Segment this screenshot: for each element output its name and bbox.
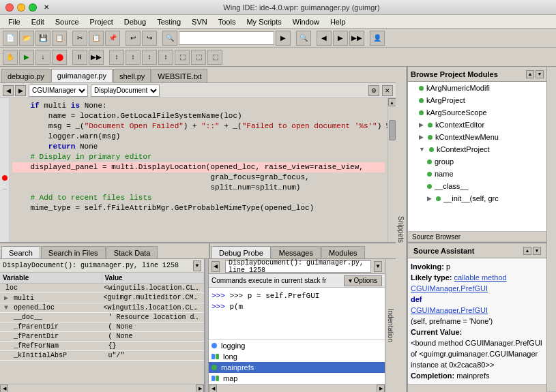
code-area[interactable]: if multi is None: name = location.GetLoc…	[10, 98, 387, 242]
options-button[interactable]: ▾ Options	[344, 275, 382, 286]
browse-item-kArgProject[interactable]: kArgProject	[408, 94, 546, 106]
pause-button[interactable]: ⏸	[72, 50, 87, 65]
prev-button[interactable]: ◀	[317, 31, 332, 46]
browse-item-kContextEditor[interactable]: ▶ kContextEditor	[408, 119, 546, 131]
debug-item-long[interactable]: long	[209, 351, 385, 362]
tab-search[interactable]: Search	[1, 246, 40, 258]
browse-scroll-up[interactable]: ▲	[526, 70, 534, 78]
menu-debug[interactable]: Debug	[119, 16, 151, 27]
menu-svn[interactable]: SVN	[186, 16, 213, 27]
debug-nav-button[interactable]: ◀	[211, 261, 220, 272]
search-button[interactable]: 🔍	[162, 31, 177, 46]
debug-scrollbar-h[interactable]: ◀ ▶	[209, 384, 385, 392]
debug-icon7[interactable]: ⬚	[207, 50, 222, 65]
copy-button[interactable]: 📋	[89, 31, 104, 46]
tab-stack-data[interactable]: Stack Data	[106, 246, 158, 258]
menu-file[interactable]: File	[3, 16, 26, 27]
undo-button[interactable]: ↩	[126, 31, 141, 46]
window-controls[interactable]	[5, 3, 37, 12]
var-row-multi[interactable]: ▶ multi <guimgr.multieditor.CMulti	[0, 293, 204, 303]
menu-help[interactable]: Help	[325, 16, 351, 27]
debug-icon1[interactable]: ↕	[109, 50, 124, 65]
debug-hscroll-left[interactable]: ◀	[209, 385, 217, 393]
next-button[interactable]: ▶	[333, 31, 348, 46]
tab-modules[interactable]: Modules	[321, 246, 365, 258]
menu-testing[interactable]: Testing	[151, 16, 186, 27]
nav-back-button[interactable]: ◀	[3, 85, 14, 96]
menu-edit[interactable]: Edit	[26, 16, 50, 27]
cguimanager-link[interactable]: CGUIManager.PrefGUI	[411, 284, 488, 292]
new-file-button[interactable]: 📄	[3, 31, 18, 46]
browse-item-kArgSourceScope[interactable]: kArgSourceScope	[408, 106, 546, 119]
menu-tools[interactable]: Tools	[213, 16, 242, 27]
tab-guimanager[interactable]: guimanager.py	[51, 69, 113, 82]
nav-forward-button[interactable]: ▶	[15, 85, 26, 96]
tab-shell[interactable]: shell.py	[113, 69, 151, 82]
debug-icon6[interactable]: ⬚	[191, 50, 206, 65]
scroll-thumb[interactable]	[389, 120, 396, 140]
browse-item-group[interactable]: group	[408, 155, 546, 168]
run-button[interactable]: ▶	[19, 50, 34, 65]
browse-item-kArg1[interactable]: kArgNumericModifi	[408, 82, 546, 94]
browse-scroll-down[interactable]: ▼	[536, 70, 544, 78]
redo-button[interactable]: ↪	[142, 31, 157, 46]
var-row-opened-loc[interactable]: ▼ opened_loc <wingutils.location.CLocal	[0, 303, 204, 313]
def-func-link[interactable]: CGUIManager.PrefGUI	[411, 306, 488, 314]
scroll-up-button[interactable]: ▲	[388, 98, 396, 106]
tab-search-in-files[interactable]: Search in Files	[41, 246, 106, 258]
continue-button[interactable]: ▶▶	[89, 50, 104, 65]
browse-item-class[interactable]: __class__	[408, 180, 546, 192]
tab-website[interactable]: WEBSITE.txt	[151, 69, 207, 82]
debug-icon5[interactable]: ⬚	[175, 50, 190, 65]
tab-messages[interactable]: Messages	[272, 246, 321, 258]
menu-myscripts[interactable]: My Scripts	[241, 16, 287, 27]
menu-source[interactable]: Source	[50, 16, 85, 27]
save-file-button[interactable]: 💾	[35, 31, 50, 46]
editor-settings-button[interactable]: ⚙	[368, 85, 379, 96]
method-selector[interactable]: DisplayDocument	[91, 85, 160, 97]
menu-project[interactable]: Project	[85, 16, 119, 27]
open-file-button[interactable]: 📂	[19, 31, 34, 46]
search-go-button[interactable]: ▶	[276, 31, 291, 46]
save-as-button[interactable]: 📋	[52, 31, 67, 46]
sa-scroll-up[interactable]: ▲	[523, 247, 531, 255]
hand-tool-button[interactable]: ✋	[3, 50, 18, 65]
browse-item-kContextProject[interactable]: ▼ kContextProject	[408, 143, 546, 155]
browse-item-name[interactable]: name	[408, 168, 546, 180]
stack-dropdown-button[interactable]: ▼	[193, 260, 201, 271]
hscroll-right[interactable]: ▶	[196, 385, 204, 393]
menu-window[interactable]: Window	[287, 16, 325, 27]
debug-item-map[interactable]: map	[209, 373, 385, 384]
debug-item-mainprefs[interactable]: mainprefs	[209, 362, 385, 373]
debug-icon4[interactable]: ↕	[158, 50, 173, 65]
debug-hscroll-right[interactable]: ▶	[377, 385, 385, 393]
sa-scrollbar[interactable]	[408, 384, 546, 392]
close-button[interactable]	[5, 3, 14, 12]
editor-scrollbar[interactable]: ▲	[387, 98, 396, 242]
maximize-button[interactable]	[29, 3, 37, 12]
step-into-button[interactable]: ↓	[35, 50, 50, 65]
debug-nav-dropdown[interactable]: ▼	[374, 261, 382, 272]
sa-scroll-down[interactable]: ▼	[533, 247, 541, 255]
likely-type-link[interactable]: callable method	[454, 273, 507, 282]
hscroll-left[interactable]: ◀	[0, 385, 8, 393]
class-selector[interactable]: CGUIManager	[29, 85, 88, 97]
debug-icon3[interactable]: ↕	[142, 50, 157, 65]
stop-button[interactable]: ⬤	[52, 50, 67, 65]
zoom-in-button[interactable]: 🔍	[296, 31, 311, 46]
source-browser-tab[interactable]: Source Browser	[408, 231, 546, 242]
profile-button[interactable]: 👤	[370, 31, 385, 46]
paste-button[interactable]: 📌	[105, 31, 120, 46]
debug-item-logging[interactable]: logging	[209, 340, 385, 351]
tab-debug-probe[interactable]: Debug Probe	[211, 246, 271, 258]
var-scrollbar-h[interactable]: ◀ ▶	[0, 384, 204, 392]
browse-item-kContextNewMenu[interactable]: ▶ kContextNewMenu	[408, 131, 546, 143]
tab-debugio[interactable]: debugio.py	[1, 69, 50, 82]
browse-item-init[interactable]: ▶ __init__(self, grc	[408, 192, 546, 205]
search-input[interactable]	[179, 31, 274, 45]
cut-button[interactable]: ✂	[72, 31, 87, 46]
debug-icon2[interactable]: ↕	[126, 50, 141, 65]
editor-close-button[interactable]: ✕	[382, 85, 393, 96]
minimize-button[interactable]	[17, 3, 25, 12]
jump-button[interactable]: ▶▶	[349, 31, 364, 46]
